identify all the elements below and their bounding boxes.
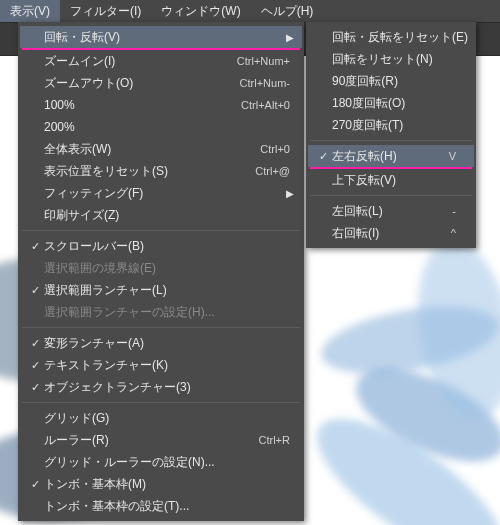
menu-grid-ruler-settings[interactable]: グリッド・ルーラーの設定(N)... (20, 451, 302, 473)
submenu-rotate-270[interactable]: 270度回転(T) (308, 114, 474, 136)
menu-trim-mark[interactable]: ✓ トンボ・基本枠(M) (20, 473, 302, 495)
menu-reset-view[interactable]: 表示位置をリセット(S) Ctrl+@ (20, 160, 302, 182)
menu-ruler-shortcut: Ctrl+R (259, 434, 290, 446)
menu-text-launcher[interactable]: ✓ テキストランチャー(K) (20, 354, 302, 376)
menu-reset-view-label: 表示位置をリセット(S) (44, 163, 243, 180)
submenu-rotate-270-label: 270度回転(T) (332, 117, 456, 134)
menu-zoom-in-label: ズームイン(I) (44, 53, 225, 70)
submenu-rotate-90[interactable]: 90度回転(R) (308, 70, 474, 92)
menu-fit-all-label: 全体表示(W) (44, 141, 248, 158)
menu-selection-launcher[interactable]: ✓ 選択範囲ランチャー(L) (20, 279, 302, 301)
menu-fit-all-shortcut: Ctrl+0 (260, 143, 290, 155)
check-icon: ✓ (26, 284, 44, 297)
menu-zoom-out[interactable]: ズームアウト(O) Ctrl+Num- (20, 72, 302, 94)
menu-reset-view-shortcut: Ctrl+@ (255, 165, 290, 177)
check-icon: ✓ (26, 337, 44, 350)
menu-print-size[interactable]: 印刷サイズ(Z) (20, 204, 302, 226)
menu-zoom-out-shortcut: Ctrl+Num- (240, 77, 290, 89)
submenu-reset-both-label: 回転・反転をリセット(E) (332, 29, 468, 46)
menu-print-size-label: 印刷サイズ(Z) (44, 207, 290, 224)
menu-fit-all[interactable]: 全体表示(W) Ctrl+0 (20, 138, 302, 160)
menu-100pct-label: 100% (44, 98, 229, 112)
menu-grid-label: グリッド(G) (44, 410, 290, 427)
menu-zoom-out-label: ズームアウト(O) (44, 75, 228, 92)
submenu-reset-both[interactable]: 回転・反転をリセット(E) (308, 26, 474, 48)
menu-100pct[interactable]: 100% Ctrl+Alt+0 (20, 94, 302, 116)
check-icon: ✓ (26, 381, 44, 394)
menu-separator (310, 140, 472, 141)
menu-200pct-label: 200% (44, 120, 290, 134)
menubar-filter-label: フィルター(I) (70, 3, 141, 20)
menu-scrollbar[interactable]: ✓ スクロールバー(B) (20, 235, 302, 257)
check-icon: ✓ (314, 150, 332, 163)
menubar-help-label: ヘルプ(H) (261, 3, 314, 20)
submenu-flip-horizontal-label: 左右反転(H) (332, 148, 437, 165)
menu-grid-ruler-settings-label: グリッド・ルーラーの設定(N)... (44, 454, 290, 471)
menu-object-launcher[interactable]: ✓ オブジェクトランチャー(3) (20, 376, 302, 398)
submenu-reset-rotation-label: 回転をリセット(N) (332, 51, 456, 68)
menu-ruler-label: ルーラー(R) (44, 432, 247, 449)
menu-text-launcher-label: テキストランチャー(K) (44, 357, 290, 374)
submenu-rotate-left-label: 左回転(L) (332, 203, 440, 220)
submenu-rotate-right-label: 右回転(I) (332, 225, 439, 242)
menu-selection-edge-label: 選択範囲の境界線(E) (44, 260, 290, 277)
menu-fitting-label: フィッティング(F) (44, 185, 290, 202)
check-icon: ✓ (26, 478, 44, 491)
menu-object-launcher-label: オブジェクトランチャー(3) (44, 379, 290, 396)
menu-rotate-flip[interactable]: 回転・反転(V) ▶ (20, 26, 302, 48)
check-icon: ✓ (26, 359, 44, 372)
submenu-rotate-90-label: 90度回転(R) (332, 73, 456, 90)
menu-trim-mark-settings-label: トンボ・基本枠の設定(T)... (44, 498, 290, 515)
submenu-flip-vertical-label: 上下反転(V) (332, 172, 456, 189)
submenu-rotate-left[interactable]: 左回転(L) - (308, 200, 474, 222)
submenu-flip-horizontal[interactable]: ✓ 左右反転(H) V (308, 145, 474, 167)
menubar: 表示(V) フィルター(I) ウィンドウ(W) ヘルプ(H) (0, 0, 500, 22)
submenu-flip-vertical[interactable]: 上下反転(V) (308, 169, 474, 191)
check-icon: ✓ (26, 240, 44, 253)
menu-ruler[interactable]: ルーラー(R) Ctrl+R (20, 429, 302, 451)
menu-200pct[interactable]: 200% (20, 116, 302, 138)
menu-separator (310, 195, 472, 196)
menu-separator (22, 230, 300, 231)
menu-transform-launcher[interactable]: ✓ 変形ランチャー(A) (20, 332, 302, 354)
menu-scrollbar-label: スクロールバー(B) (44, 238, 290, 255)
menu-zoom-in-shortcut: Ctrl+Num+ (237, 55, 290, 67)
menu-100pct-shortcut: Ctrl+Alt+0 (241, 99, 290, 111)
menu-selection-edge: 選択範囲の境界線(E) (20, 257, 302, 279)
menu-trim-mark-settings[interactable]: トンボ・基本枠の設定(T)... (20, 495, 302, 517)
menu-separator (22, 327, 300, 328)
submenu-reset-rotation[interactable]: 回転をリセット(N) (308, 48, 474, 70)
menu-selection-launcher-settings-label: 選択範囲ランチャーの設定(H)... (44, 304, 290, 321)
rotate-flip-submenu: 回転・反転をリセット(E) 回転をリセット(N) 90度回転(R) 180度回転… (306, 22, 476, 248)
menu-separator (22, 402, 300, 403)
menu-zoom-in[interactable]: ズームイン(I) Ctrl+Num+ (20, 50, 302, 72)
submenu-rotate-right-shortcut: ^ (451, 227, 456, 239)
submenu-arrow-icon: ▶ (286, 32, 294, 43)
view-menu: 回転・反転(V) ▶ ズームイン(I) Ctrl+Num+ ズームアウト(O) … (18, 22, 304, 521)
menubar-window-label: ウィンドウ(W) (161, 3, 240, 20)
menu-selection-launcher-settings: 選択範囲ランチャーの設定(H)... (20, 301, 302, 323)
menubar-view-label: 表示(V) (10, 3, 50, 20)
menu-fitting[interactable]: フィッティング(F) ▶ (20, 182, 302, 204)
submenu-rotate-right[interactable]: 右回転(I) ^ (308, 222, 474, 244)
menubar-window[interactable]: ウィンドウ(W) (151, 0, 250, 22)
menubar-view[interactable]: 表示(V) (0, 0, 60, 22)
menu-selection-launcher-label: 選択範囲ランチャー(L) (44, 282, 290, 299)
submenu-arrow-icon: ▶ (286, 188, 294, 199)
submenu-rotate-180[interactable]: 180度回転(O) (308, 92, 474, 114)
menubar-help[interactable]: ヘルプ(H) (251, 0, 324, 22)
menu-trim-mark-label: トンボ・基本枠(M) (44, 476, 290, 493)
submenu-flip-horizontal-shortcut: V (449, 150, 456, 162)
menu-rotate-flip-label: 回転・反転(V) (44, 29, 290, 46)
menu-transform-launcher-label: 変形ランチャー(A) (44, 335, 290, 352)
submenu-rotate-left-shortcut: - (452, 205, 456, 217)
menu-grid[interactable]: グリッド(G) (20, 407, 302, 429)
submenu-rotate-180-label: 180度回転(O) (332, 95, 456, 112)
menubar-filter[interactable]: フィルター(I) (60, 0, 151, 22)
